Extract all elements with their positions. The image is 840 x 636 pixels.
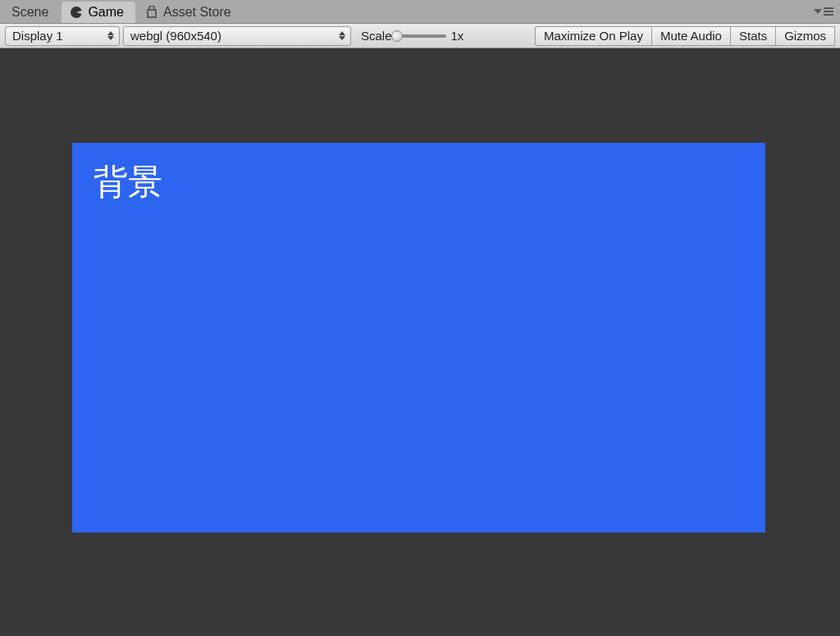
tab-game-label: Game xyxy=(88,5,124,20)
shopping-bag-icon xyxy=(145,6,158,19)
tab-bar: Scene Game Asset Store xyxy=(0,0,840,23)
aspect-dropdown[interactable]: webgl (960x540) xyxy=(123,26,351,46)
slider-thumb[interactable] xyxy=(391,30,403,42)
scale-value: 1x xyxy=(451,29,471,43)
updown-icon xyxy=(339,31,345,40)
dropdown-arrow-icon xyxy=(814,9,822,14)
scale-control: Scale 1x xyxy=(354,29,477,43)
svg-rect-0 xyxy=(148,10,156,17)
game-view-area: 背景 xyxy=(0,48,840,636)
aspect-value: webgl (960x540) xyxy=(130,29,221,43)
display-value: Display 1 xyxy=(12,29,63,43)
maximize-label: Maximize On Play xyxy=(544,29,643,43)
tab-game[interactable]: Game xyxy=(62,2,135,23)
stats-button[interactable]: Stats xyxy=(730,26,775,46)
game-viewport[interactable]: 背景 xyxy=(72,143,765,533)
pacman-icon xyxy=(70,6,83,19)
gizmos-button[interactable]: Gizmos xyxy=(775,26,835,46)
tab-asset-store-label: Asset Store xyxy=(163,5,231,20)
tab-asset-store[interactable]: Asset Store xyxy=(137,2,243,23)
mute-audio-label: Mute Audio xyxy=(660,29,722,43)
tab-scene[interactable]: Scene xyxy=(3,2,60,23)
display-dropdown[interactable]: Display 1 xyxy=(5,26,120,46)
updown-icon xyxy=(107,31,114,40)
gizmos-label: Gizmos xyxy=(784,29,826,43)
mute-audio-button[interactable]: Mute Audio xyxy=(651,26,730,46)
maximize-on-play-button[interactable]: Maximize On Play xyxy=(535,26,651,46)
panel-options[interactable] xyxy=(814,7,833,16)
scale-label: Scale xyxy=(361,29,392,43)
hamburger-icon xyxy=(824,7,833,16)
game-toolbar: Display 1 webgl (960x540) Scale 1x Maxim… xyxy=(0,23,840,48)
tab-scene-label: Scene xyxy=(11,5,48,20)
background-label-text: 背景 xyxy=(94,159,162,205)
stats-label: Stats xyxy=(739,29,767,43)
scale-slider[interactable] xyxy=(397,34,446,38)
